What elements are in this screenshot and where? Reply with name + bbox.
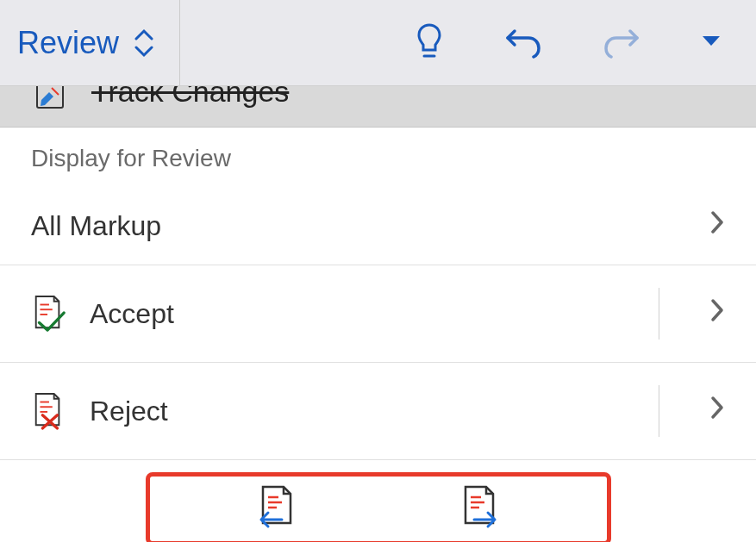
overflow-menu-button[interactable] — [701, 34, 722, 51]
accept-label: Accept — [90, 298, 174, 330]
reject-row[interactable]: Reject — [0, 363, 756, 460]
undo-button[interactable] — [504, 24, 542, 61]
redo-icon — [603, 24, 640, 61]
split-divider — [659, 385, 659, 437]
tell-me-button[interactable] — [415, 22, 444, 64]
track-changes-label: Track Changes — [91, 86, 289, 109]
prev-next-highlight-box — [146, 472, 611, 542]
redo-button[interactable] — [603, 24, 640, 61]
split-divider — [659, 288, 659, 340]
toolbar-actions — [415, 22, 739, 64]
all-markup-label: All Markup — [31, 210, 161, 242]
display-for-review-header: Display for Review — [0, 128, 756, 186]
chevron-right-icon — [709, 209, 725, 242]
reject-icon — [31, 391, 66, 431]
lightbulb-icon — [415, 22, 444, 64]
triangle-down-icon — [701, 34, 722, 51]
accept-icon — [31, 294, 66, 333]
chevron-right-icon[interactable] — [709, 395, 725, 427]
up-down-chevron-icon — [134, 28, 153, 59]
track-changes-row[interactable]: Track Changes — [0, 86, 756, 128]
chevron-right-icon[interactable] — [709, 297, 725, 330]
ribbon-tab-label: Review — [17, 25, 119, 61]
accept-row[interactable]: Accept — [0, 265, 756, 363]
previous-change-button[interactable] — [256, 485, 297, 533]
reject-label: Reject — [90, 396, 168, 427]
toolbar: Review — [0, 0, 756, 86]
ribbon-tab-selector[interactable]: Review — [17, 0, 180, 85]
next-change-button[interactable] — [459, 485, 500, 533]
all-markup-row[interactable]: All Markup — [0, 186, 756, 265]
track-changes-icon — [34, 86, 66, 114]
document-previous-icon — [256, 485, 297, 533]
undo-icon — [504, 24, 542, 61]
document-next-icon — [459, 485, 500, 533]
